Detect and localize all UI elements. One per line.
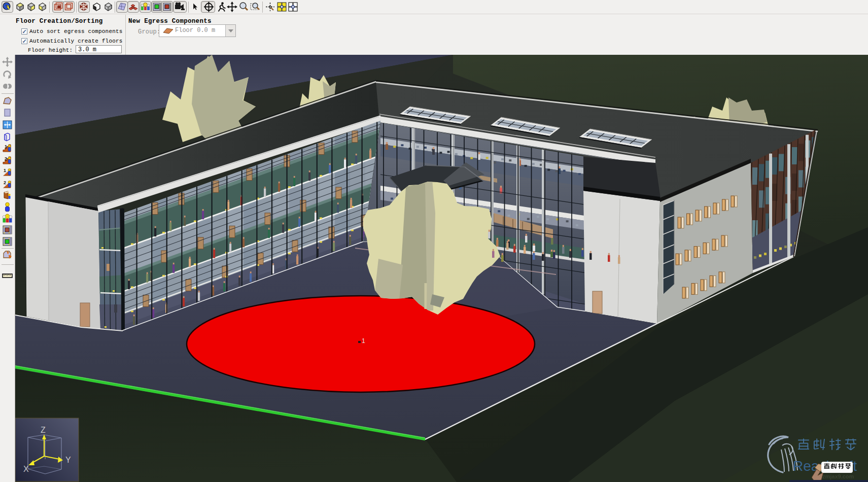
svg-text:2: 2: [4, 180, 6, 185]
svg-text:2: 2: [5, 156, 7, 161]
svg-text:Y: Y: [65, 456, 71, 464]
svg-text:1: 1: [4, 168, 6, 173]
svg-text:1: 1: [362, 337, 365, 345]
svg-text:Z: Z: [41, 426, 46, 434]
svg-text:zmjax9.com: zmjax9.com: [822, 473, 854, 479]
svg-text:X: X: [23, 465, 29, 473]
svg-text:1: 1: [5, 144, 7, 149]
